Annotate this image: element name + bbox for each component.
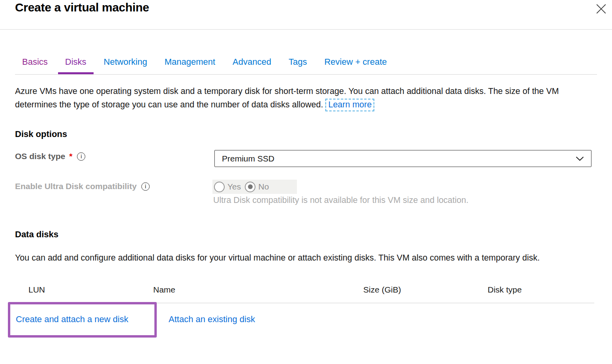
- column-header-name: Name: [153, 285, 175, 295]
- close-icon: [596, 4, 606, 15]
- create-and-attach-new-disk-link[interactable]: Create and attach a new disk: [16, 314, 128, 325]
- intro-text: Azure VMs have one operating system disk…: [15, 84, 591, 111]
- radio-option-yes[interactable]: Yes: [214, 182, 241, 192]
- column-header-size: Size (GiB): [363, 285, 401, 295]
- os-disk-type-dropdown[interactable]: Premium SSD: [214, 150, 591, 167]
- tab-disks[interactable]: Disks: [58, 51, 94, 74]
- info-icon[interactable]: i: [77, 152, 85, 161]
- info-icon[interactable]: i: [141, 182, 150, 191]
- disk-options-heading: Disk options: [15, 129, 67, 139]
- page-title: Create a virtual machine: [15, 1, 149, 14]
- radio-option-no[interactable]: No: [245, 182, 269, 192]
- table-header-divider: [15, 303, 594, 303]
- ultra-disk-label: Enable Ultra Disk compatibility i: [15, 182, 150, 191]
- os-disk-type-value: Premium SSD: [222, 154, 576, 163]
- column-header-disk-type: Disk type: [488, 285, 522, 295]
- wizard-tabs: Basics Disks Networking Management Advan…: [15, 51, 597, 75]
- tab-networking[interactable]: Networking: [97, 51, 154, 74]
- radio-label-no: No: [258, 182, 269, 191]
- tab-management[interactable]: Management: [158, 51, 222, 74]
- data-disks-heading: Data disks: [15, 229, 58, 240]
- close-button[interactable]: [593, 2, 609, 17]
- os-disk-type-label-text: OS disk type: [15, 152, 65, 161]
- radio-label-yes: Yes: [227, 182, 241, 191]
- radio-icon-no: [245, 182, 255, 192]
- learn-more-link[interactable]: Learn more: [325, 99, 374, 111]
- ultra-disk-label-text: Enable Ultra Disk compatibility: [15, 182, 137, 191]
- intro-body: Azure VMs have one operating system disk…: [15, 86, 559, 109]
- attach-existing-disk-link[interactable]: Attach an existing disk: [169, 314, 255, 325]
- create-vm-dialog: Create a virtual machine Basics Disks Ne…: [0, 0, 612, 364]
- tab-tags[interactable]: Tags: [282, 51, 314, 74]
- header-divider: [0, 29, 612, 30]
- radio-icon-yes: [214, 182, 225, 192]
- tab-advanced[interactable]: Advanced: [225, 51, 278, 74]
- ultra-disk-radio-group: Yes No: [212, 180, 297, 194]
- column-header-lun: LUN: [28, 285, 45, 295]
- ultra-disk-helper-text: Ultra Disk compatibility is not availabl…: [213, 195, 468, 205]
- tab-basics[interactable]: Basics: [15, 51, 55, 74]
- os-disk-type-label: OS disk type* i: [15, 152, 85, 161]
- required-marker: *: [69, 152, 72, 161]
- chevron-down-icon: [576, 156, 584, 161]
- tab-review-create[interactable]: Review + create: [317, 51, 394, 74]
- data-disks-description: You can add and configure additional dat…: [15, 251, 580, 265]
